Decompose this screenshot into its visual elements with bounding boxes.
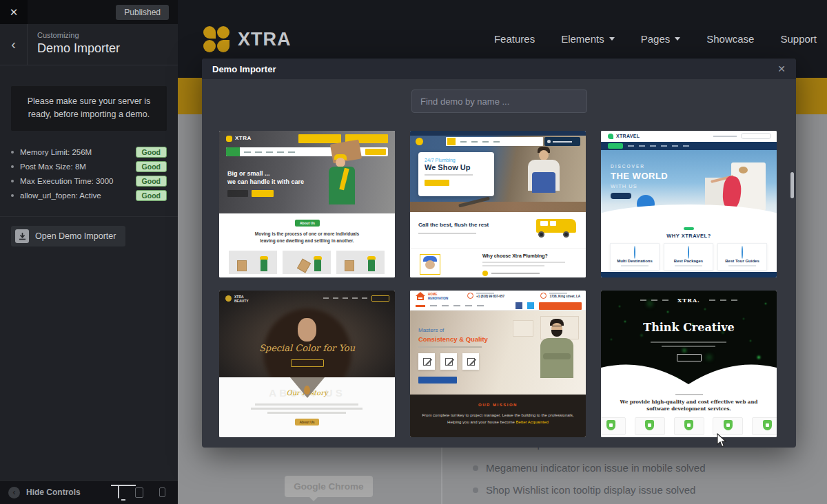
tooltip-text: Google Chrome — [294, 481, 363, 492]
chevron-down-icon — [675, 37, 680, 41]
nav-item-showcase[interactable]: Showcase — [706, 33, 754, 45]
mouse-cursor — [717, 433, 727, 450]
nav-item-support[interactable]: Support — [780, 33, 817, 45]
renovation-title: Consistency & Quality — [418, 335, 488, 343]
changelog-text: Megamenu indicator icon issue in mobile … — [486, 462, 706, 474]
demo-card-beauty[interactable]: XTRABEAUTY Special Color for You ABOUT U… — [219, 291, 395, 437]
demo-card-renovation[interactable]: HOMERENOVATION +1 (818) 99 837-657 1738,… — [410, 291, 586, 437]
demo-grid: XTRA Big or small ... we can handle it w… — [219, 131, 777, 437]
status-label: Max Execution Time: 3000 — [20, 177, 114, 185]
plumbing-mid-title: Call the best, flush the rest — [418, 222, 489, 228]
changelog-item: Shop Wishlist icon tooltip display issue… — [473, 484, 695, 496]
modal-header: Demo Importer ✕ — [202, 59, 796, 79]
travel-logo-text: XTRAVEL — [616, 134, 640, 138]
status-row: Memory Limit: 256M Good — [11, 145, 167, 159]
modal-close-icon[interactable]: ✕ — [777, 63, 786, 74]
location-icon — [540, 293, 547, 299]
travel-hero: DISCOVER THE WORLD WITH US — [601, 150, 777, 222]
movers-photo-row — [229, 251, 385, 274]
traveler-hat-shape — [739, 167, 748, 174]
text-line — [491, 273, 540, 274]
creative-hero: XTRA. Think Creative — [601, 291, 777, 388]
creative-body-line2: software development services. — [601, 406, 777, 412]
modal-scrollbar[interactable] — [790, 172, 794, 198]
feature-title: Best Packages — [664, 259, 713, 263]
customizer-footer: ‹ Hide Controls — [0, 480, 178, 504]
text-line — [482, 262, 565, 263]
modal-title: Demo Importer — [212, 64, 276, 74]
open-demo-importer-label: Open Demo Importer — [35, 231, 116, 241]
hide-controls-label[interactable]: Hide Controls — [26, 487, 81, 497]
travel-title: THE WORLD — [611, 171, 668, 181]
movers-hero-line1: Big or small ... — [227, 170, 270, 177]
nav-item-pages[interactable]: Pages — [641, 33, 681, 45]
plumbing-why-section: Why choose Xtra Plumbing? — [410, 248, 586, 277]
plumbing-kicker: 24/7 Plumbing — [425, 158, 488, 162]
mobile-preview-button[interactable] — [159, 487, 165, 497]
travel-logo-icon — [608, 134, 613, 139]
site-logo[interactable]: XTRA — [203, 26, 292, 52]
nav-item-elements[interactable]: Elements — [561, 33, 615, 45]
creative-body-line1: We provide high-quality and cost effecti… — [601, 399, 777, 405]
movers-hero-line2: we can handle it with care — [227, 178, 304, 185]
request-chip — [425, 180, 449, 186]
mover-head-shape — [336, 158, 345, 167]
status-badge: Good — [136, 176, 167, 187]
demo-card-creative[interactable]: XTRA. Think Creative We provide high-qua… — [601, 291, 777, 437]
about-us-chip: About Us — [295, 419, 319, 426]
about-us-chip: About Us — [295, 220, 320, 227]
service-icon — [462, 353, 479, 370]
panel-titles: Customizing Demo Importer — [28, 24, 120, 65]
particle-dots — [601, 291, 602, 292]
status-row: Post Max Size: 8M Good — [11, 159, 167, 174]
desktop-preview-button[interactable] — [118, 486, 119, 498]
service-icon — [440, 353, 457, 370]
facebook-icon — [515, 302, 522, 309]
plumber-face-shape — [425, 260, 435, 269]
device-preview-switcher — [118, 481, 178, 504]
close-customizer-icon[interactable]: ✕ — [0, 0, 28, 24]
shield-icon — [606, 420, 615, 430]
appointment-chip — [291, 359, 324, 367]
glasses-shape — [552, 326, 562, 328]
phone-contact: +1 (818) 99 837-657 — [467, 293, 504, 299]
renovation-cta-chip — [539, 302, 582, 310]
green-dash — [684, 227, 694, 230]
shield-icon — [645, 420, 654, 430]
status-badge: Good — [136, 147, 167, 158]
demo-search-input[interactable] — [411, 90, 587, 113]
bullet-icon — [473, 465, 478, 471]
text-line — [651, 342, 726, 343]
nav-item-features[interactable]: Features — [494, 33, 535, 45]
feature-icon — [742, 246, 743, 259]
carton-box-shape — [330, 140, 362, 164]
plumbing-why-title: Why choose Xtra Plumbing? — [482, 253, 548, 258]
travel-navbar — [601, 142, 777, 150]
van-shape — [536, 219, 576, 233]
travel-feature-cards: Multi Destinations Best Packages Best To… — [610, 243, 767, 271]
renovation-logo-text: HOMERENOVATION — [428, 293, 448, 301]
demo-card-plumbing[interactable]: 24/7 Plumbing We Show Up Call the best, … — [410, 131, 586, 277]
demo-card-movers[interactable]: XTRA Big or small ... we can handle it w… — [219, 131, 395, 277]
collapse-arrow-icon[interactable]: ‹ — [8, 487, 20, 498]
status-label: allow_url_fopen: Active — [20, 191, 101, 200]
movers-about-section: About Us Moving is the process of one or… — [219, 213, 395, 277]
text-line — [675, 394, 703, 395]
get-started-chip — [252, 190, 274, 197]
tablet-preview-button[interactable] — [135, 487, 143, 498]
demo-card-travel[interactable]: XTRAVEL DISCOVER THE WORLD WITH US — [601, 131, 777, 277]
text-line — [251, 408, 363, 410]
back-chevron-icon[interactable]: ‹ — [0, 24, 28, 65]
renovation-mission-section: OUR MISSION From complete turnkey to pro… — [410, 395, 586, 437]
site-menu: Features Elements Pages Showcase Support — [494, 33, 817, 45]
panel-title: Demo Importer — [37, 41, 120, 56]
published-button[interactable]: Published — [116, 5, 169, 20]
beauty-logo-text: XTRABEAUTY — [234, 295, 249, 303]
beauty-logo-icon — [225, 295, 232, 302]
open-demo-importer-button[interactable]: Open Demo Importer — [11, 226, 125, 246]
curve-shape — [601, 357, 777, 388]
divider — [0, 216, 178, 217]
movers-body-line1: Moving is the process of one or more ind… — [219, 231, 395, 236]
plumbing-topstrip — [410, 131, 586, 136]
text-line — [482, 265, 544, 266]
